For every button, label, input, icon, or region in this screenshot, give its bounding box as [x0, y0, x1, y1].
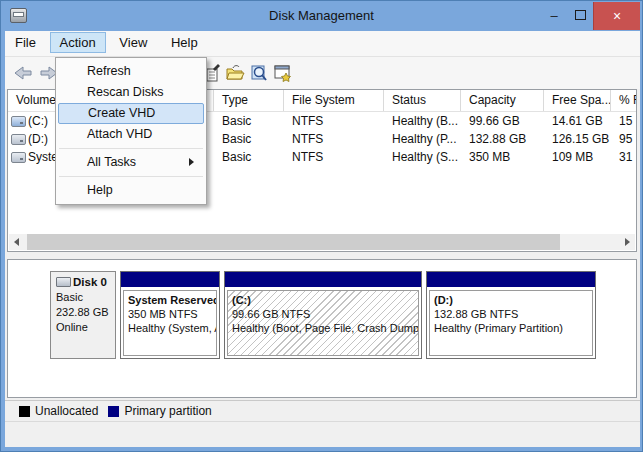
- status-cell: Healthy (B...: [384, 112, 461, 130]
- column-header-status[interactable]: Status: [384, 90, 461, 111]
- disk-drive-icon: [56, 277, 71, 287]
- status-cell: Healthy (S...: [384, 148, 461, 166]
- action-dropdown-menu: Refresh Rescan Disks Create VHD Attach V…: [55, 57, 207, 205]
- file-system-cell: NTFS: [284, 130, 384, 148]
- menu-view[interactable]: View: [109, 32, 157, 53]
- console-window-icon[interactable]: [273, 63, 293, 83]
- menu-item-all-tasks[interactable]: All Tasks: [58, 152, 204, 173]
- maximize-button[interactable]: [567, 2, 593, 30]
- back-arrow-icon[interactable]: [13, 63, 33, 83]
- partition-status: Healthy (Boot, Page File, Crash Dump, Pr…: [232, 321, 414, 335]
- status-bar: [5, 421, 640, 447]
- horizontal-scrollbar[interactable]: [9, 234, 635, 250]
- open-folder-icon[interactable]: [225, 63, 245, 83]
- disk-type: Basic: [56, 290, 110, 305]
- partition-color-band: [225, 272, 421, 287]
- submenu-arrow-icon: [189, 158, 194, 166]
- partition-color-band: [427, 272, 595, 287]
- capacity-cell: 132.88 GB: [461, 130, 544, 148]
- partition-name: System Reserved: [128, 293, 212, 307]
- scroll-right-icon: [625, 238, 630, 246]
- legend-label: Primary partition: [124, 404, 211, 418]
- partition-size: 99.66 GB NTFS: [232, 307, 414, 321]
- menu-file[interactable]: File: [5, 32, 46, 53]
- menu-item-help[interactable]: Help: [58, 180, 204, 201]
- file-system-cell: NTFS: [284, 112, 384, 130]
- minimize-button[interactable]: –: [541, 2, 567, 30]
- free-space-cell: 126.15 GB: [544, 130, 611, 148]
- partition-size: 350 MB NTFS: [128, 307, 212, 321]
- legend-bar: Unallocated Primary partition: [5, 400, 640, 421]
- legend-label: Unallocated: [35, 404, 98, 418]
- capacity-cell: 99.66 GB: [461, 112, 544, 130]
- menu-item-rescan-disks[interactable]: Rescan Disks: [58, 82, 204, 103]
- menu-item-attach-vhd[interactable]: Attach VHD: [58, 124, 204, 145]
- volume-disk-icon: [11, 134, 26, 145]
- partition-name: (D:): [434, 293, 588, 307]
- column-header-capacity[interactable]: Capacity: [461, 90, 544, 111]
- unallocated-color-swatch: [19, 406, 30, 417]
- partition-size: 132.88 GB NTFS: [434, 307, 588, 321]
- file-system-cell: NTFS: [284, 148, 384, 166]
- scroll-right-button[interactable]: [619, 234, 635, 250]
- title-bar: Disk Management – ×: [1, 1, 642, 31]
- free-space-cell: 14.61 GB: [544, 112, 611, 130]
- scroll-left-button[interactable]: [9, 234, 25, 250]
- find-icon[interactable]: [249, 63, 269, 83]
- type-cell: Basic: [214, 148, 284, 166]
- disk-status: Online: [56, 320, 110, 335]
- menu-separator: [59, 176, 203, 177]
- panel-splitter[interactable]: [7, 254, 637, 258]
- volume-disk-icon: [11, 152, 26, 163]
- close-button[interactable]: ×: [593, 2, 640, 30]
- free-space-cell: 109 MB: [544, 148, 611, 166]
- partition-status: Healthy (Primary Partition): [434, 321, 588, 335]
- partition-d[interactable]: (D:) 132.88 GB NTFS Healthy (Primary Par…: [426, 271, 596, 359]
- menu-item-refresh[interactable]: Refresh: [58, 61, 204, 82]
- partition-c[interactable]: (C:) 99.66 GB NTFS Healthy (Boot, Page F…: [224, 271, 422, 359]
- type-cell: Basic: [214, 112, 284, 130]
- percent-free-cell: 95: [611, 130, 637, 148]
- column-header-percent-free[interactable]: % Free: [611, 90, 637, 111]
- legend-item-primary-partition: Primary partition: [108, 404, 211, 418]
- menu-item-create-vhd[interactable]: Create VHD: [58, 103, 204, 124]
- disk-management-window: Disk Management – × File Action View Hel…: [0, 0, 643, 452]
- status-cell: Healthy (P...: [384, 130, 461, 148]
- percent-free-cell: 31: [611, 148, 637, 166]
- legend-item-unallocated: Unallocated: [19, 404, 98, 418]
- primary-partition-color-swatch: [108, 406, 119, 417]
- capacity-cell: 350 MB: [461, 148, 544, 166]
- menu-help[interactable]: Help: [161, 32, 208, 53]
- column-header-free-space[interactable]: Free Spa...: [544, 90, 611, 111]
- partition-name: (C:): [232, 293, 414, 307]
- disk-size: 232.88 GB: [56, 305, 110, 320]
- disk-0-info-box[interactable]: Disk 0 Basic 232.88 GB Online: [50, 271, 116, 359]
- disk-name: Disk 0: [73, 276, 107, 288]
- percent-free-cell: 15: [611, 112, 637, 130]
- menu-separator: [59, 148, 203, 149]
- partition-color-band: [121, 272, 219, 287]
- partition-status: Healthy (System, Active, Primary Partiti…: [128, 321, 212, 335]
- partition-system-reserved[interactable]: System Reserved 350 MB NTFS Healthy (Sys…: [120, 271, 220, 359]
- scrollbar-thumb[interactable]: [27, 234, 560, 250]
- scroll-left-icon: [14, 238, 19, 246]
- menu-bar: File Action View Help: [5, 31, 640, 57]
- column-header-file-system[interactable]: File System: [284, 90, 384, 111]
- maximize-icon: [575, 10, 586, 20]
- disk-graphical-panel: Disk 0 Basic 232.88 GB Online System Res…: [7, 259, 637, 398]
- menu-action[interactable]: Action: [50, 32, 106, 53]
- type-cell: Basic: [214, 130, 284, 148]
- volume-disk-icon: [11, 116, 26, 127]
- column-header-type[interactable]: Type: [214, 90, 284, 111]
